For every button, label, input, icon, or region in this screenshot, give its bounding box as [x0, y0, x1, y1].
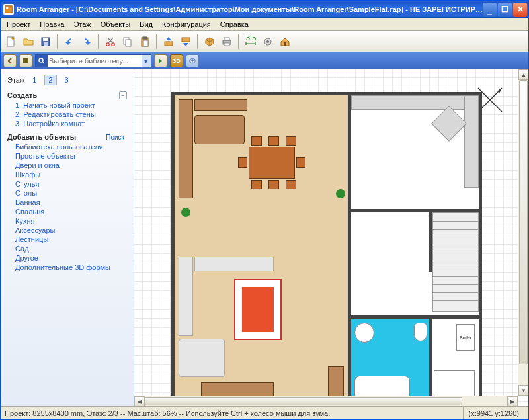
scroll-up-button[interactable]: ▲	[518, 69, 528, 80]
canvas[interactable]: Boiler ▲ ▼ ◀ ▶	[134, 69, 528, 406]
menu-config[interactable]: Конфигурация	[157, 19, 216, 30]
library-prev-button[interactable]	[3, 54, 17, 67]
menu-project[interactable]: Проект	[2, 19, 35, 30]
scrollbar-vertical[interactable]: ▲ ▼	[518, 69, 528, 396]
chair[interactable]	[251, 136, 262, 146]
svg-text:3,5m: 3,5m	[246, 36, 257, 42]
chair[interactable]	[251, 180, 262, 189]
wall[interactable]	[429, 319, 432, 406]
floor-2[interactable]: 2	[44, 75, 56, 85]
cat-simple[interactable]: Простые объекты	[15, 151, 127, 161]
stairs[interactable]	[432, 212, 479, 312]
plant[interactable]	[181, 208, 190, 217]
paste-button[interactable]	[137, 34, 153, 50]
cat-garden[interactable]: Сад	[15, 244, 127, 253]
undo-button[interactable]	[61, 34, 77, 50]
menu-objects[interactable]: Объекты	[96, 19, 135, 30]
cat-doors-windows[interactable]: Двери и окна	[15, 161, 127, 170]
floor-up-button[interactable]	[161, 34, 177, 50]
scroll-thumb[interactable]	[145, 397, 462, 405]
statusbar: Проект: 8255x8400 mm, Этаж: 2/3 -- Масшт…	[1, 406, 528, 419]
toolbar: 3,5m	[1, 31, 528, 52]
chair[interactable]	[238, 157, 247, 168]
wall[interactable]	[351, 315, 479, 319]
redo-button[interactable]	[79, 34, 95, 50]
cat-bedroom[interactable]: Спальня	[15, 207, 127, 216]
armchair[interactable]	[179, 339, 225, 377]
cut-button[interactable]	[102, 34, 118, 50]
wall[interactable]	[348, 95, 351, 406]
menu-edit[interactable]: Правка	[35, 19, 69, 30]
chair[interactable]	[268, 180, 279, 189]
scrollbar-horizontal[interactable]: ◀ ▶	[134, 396, 518, 406]
cat-user-library[interactable]: Библиотека пользователя	[15, 142, 127, 151]
cat-chairs[interactable]: Стулья	[15, 179, 127, 189]
rug[interactable]	[234, 279, 282, 340]
cat-accessories[interactable]: Аксессуары	[15, 226, 127, 235]
app-icon	[3, 4, 14, 15]
cat-stairs[interactable]: Лестницы	[15, 235, 127, 244]
scroll-down-button[interactable]: ▼	[518, 385, 528, 396]
open-button[interactable]	[20, 34, 36, 50]
search-icon	[36, 55, 48, 67]
scroll-right-button[interactable]: ▶	[507, 396, 518, 406]
kitchen-counter[interactable]	[464, 95, 479, 188]
cat-tables[interactable]: Столы	[15, 189, 127, 198]
3d-toggle-button[interactable]: 3D	[170, 54, 183, 67]
dining-table[interactable]	[249, 147, 295, 179]
library-go-button[interactable]	[154, 54, 167, 67]
cat-wardrobes[interactable]: Шкафы	[15, 170, 127, 179]
save-button[interactable]	[38, 34, 54, 50]
create-heading-label: Создать	[7, 91, 37, 99]
chair[interactable]	[268, 136, 279, 146]
library-input[interactable]	[48, 57, 142, 65]
create-edit-walls[interactable]: 2. Редактировать стены	[15, 110, 127, 119]
scroll-left-button[interactable]: ◀	[134, 396, 145, 406]
create-room-settings[interactable]: 3. Настройка комнат	[15, 119, 127, 128]
cat-kitchen[interactable]: Кухня	[15, 216, 127, 226]
armchair[interactable]	[194, 115, 245, 144]
library-combo[interactable]: ▾	[35, 54, 151, 67]
house-button[interactable]	[277, 34, 293, 50]
search-link[interactable]: Поиск	[106, 134, 127, 141]
plant[interactable]	[336, 189, 345, 198]
collapse-icon[interactable]: −	[119, 91, 127, 99]
floor-3[interactable]: 3	[61, 75, 73, 85]
library-list-button[interactable]	[19, 54, 32, 67]
cat-other[interactable]: Другое	[15, 253, 127, 263]
print-button[interactable]	[219, 34, 235, 50]
create-new-project[interactable]: 1. Начать новый проект	[15, 101, 127, 110]
new-button[interactable]	[3, 34, 19, 50]
maximize-button[interactable]: ☐	[498, 3, 512, 17]
room-kitchen[interactable]	[351, 95, 479, 209]
boiler[interactable]: Boiler	[456, 324, 475, 351]
dropdown-icon[interactable]: ▾	[142, 55, 151, 67]
cat-extra-3d[interactable]: Дополнительные 3D формы	[15, 263, 127, 272]
sofa[interactable]	[179, 257, 193, 336]
view-cube-button[interactable]	[186, 54, 199, 67]
minimize-button[interactable]: ‗	[483, 3, 497, 17]
toolbar-separator	[57, 34, 58, 49]
scroll-thumb[interactable]	[519, 80, 528, 364]
bookshelf[interactable]	[179, 99, 193, 198]
3d-view-button[interactable]	[202, 34, 218, 50]
menu-view[interactable]: Вид	[135, 19, 157, 30]
chair[interactable]	[296, 157, 305, 168]
cat-bathroom[interactable]: Ванная	[15, 198, 127, 207]
measure-button[interactable]: 3,5m	[243, 34, 259, 50]
kitchen-counter[interactable]	[351, 95, 479, 110]
floor-plan[interactable]: Boiler	[171, 92, 482, 406]
menu-floor[interactable]: Этаж	[69, 19, 95, 30]
toilet[interactable]	[414, 323, 427, 341]
settings-button[interactable]	[260, 34, 276, 50]
copy-button[interactable]	[120, 34, 136, 50]
shelf[interactable]	[194, 99, 247, 111]
chair[interactable]	[286, 180, 296, 189]
floor-down-button[interactable]	[178, 34, 194, 50]
sofa[interactable]	[194, 257, 274, 271]
menu-help[interactable]: Справка	[216, 19, 253, 30]
sink[interactable]	[354, 323, 374, 343]
chair[interactable]	[286, 136, 296, 146]
close-button[interactable]: ✕	[513, 3, 527, 17]
floor-1[interactable]: 1	[28, 75, 40, 85]
